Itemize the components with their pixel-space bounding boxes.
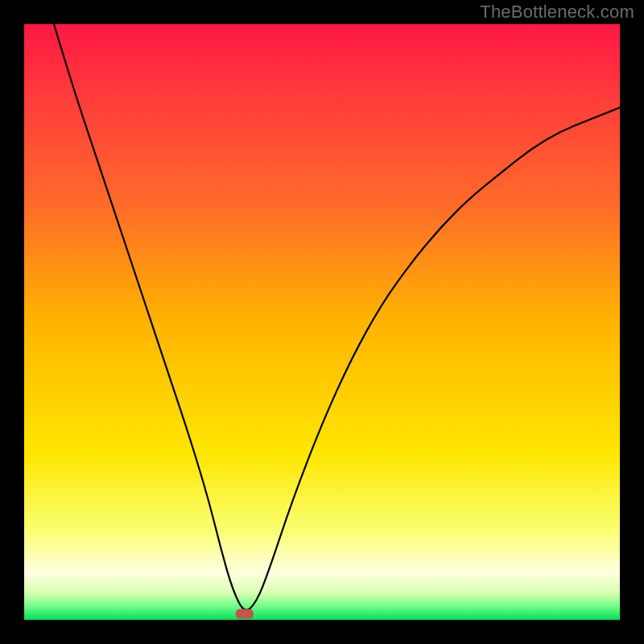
minimum-marker [236, 609, 254, 619]
gradient-background [24, 24, 620, 620]
plot-area [24, 24, 620, 620]
watermark-text: TheBottleneck.com [480, 2, 634, 23]
chart-svg [24, 24, 620, 620]
chart-container: TheBottleneck.com [0, 0, 644, 644]
